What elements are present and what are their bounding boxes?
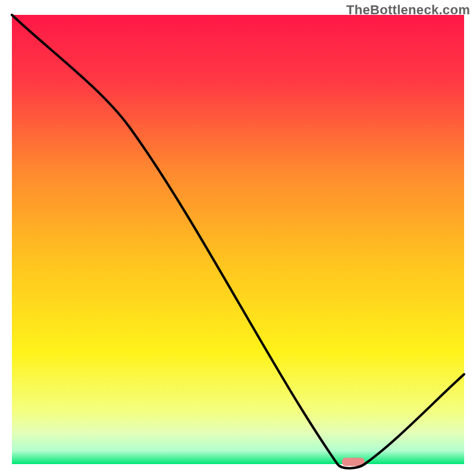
bottleneck-chart <box>0 0 476 476</box>
attribution-label: TheBottleneck.com <box>346 2 470 18</box>
plot-area <box>12 15 464 464</box>
